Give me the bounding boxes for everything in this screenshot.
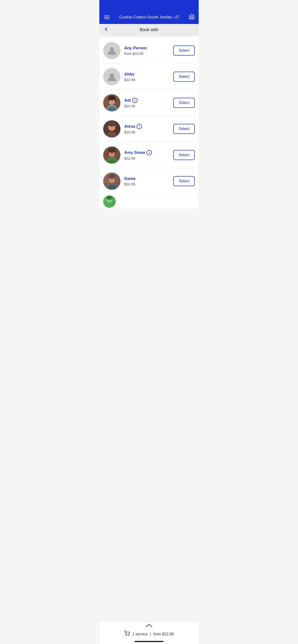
svg-point-21 (129, 636, 129, 636)
staff-item-alexa: Alexa i $22.95 Select (99, 116, 199, 142)
staff-name-amy-snow: Amy Snow (124, 150, 145, 155)
svg-point-7 (107, 121, 116, 126)
staff-price-alexa: $22.95 (124, 130, 173, 134)
staff-item-adi: Adi i $22.95 Select (99, 90, 199, 116)
staff-name-alexa: Alexa (124, 124, 135, 129)
service-count: 1 service (132, 632, 147, 636)
avatar-any-person (103, 42, 120, 59)
staff-name-dania: Dania (124, 176, 135, 181)
svg-point-20 (126, 636, 126, 636)
staff-item-any-person: Any Person from $22.95 Select (99, 38, 199, 64)
select-button-alexa[interactable]: Select (173, 124, 195, 134)
info-icon-adi[interactable]: i (132, 98, 137, 103)
back-button[interactable] (103, 26, 109, 34)
app-header: Cookie Cutters-South Jordan, UT (99, 10, 199, 24)
avatar-adi (103, 94, 120, 112)
avatar-dania (103, 172, 120, 190)
staff-name-abby: Abby (124, 72, 135, 77)
home-icon[interactable] (189, 14, 195, 21)
staff-item-dania: Dania $22.95 Select (99, 168, 199, 194)
svg-rect-12 (108, 151, 109, 156)
staff-item-abby: Abby $22.95 Select (99, 64, 199, 90)
separator: | (150, 632, 151, 636)
info-icon-alexa[interactable]: i (136, 124, 142, 129)
staff-item-partial (99, 194, 199, 209)
staff-info-adi: Adi i $22.95 (124, 98, 173, 108)
cart-icon (124, 630, 130, 638)
svg-rect-8 (107, 124, 108, 130)
status-bar (99, 0, 199, 10)
staff-name-adi: Adi (124, 98, 131, 103)
avatar-abby (103, 68, 120, 85)
menu-icon[interactable] (103, 14, 110, 20)
staff-name-any-person: Any Person (124, 46, 147, 50)
svg-point-11 (108, 148, 116, 153)
sub-header: Book with (99, 24, 199, 36)
svg-rect-16 (108, 176, 109, 181)
header-title: Cookie Cutters-South Jordan, UT (113, 15, 186, 20)
staff-price-dania: $22.95 (124, 182, 173, 186)
svg-point-3 (108, 96, 116, 100)
home-indicator (135, 641, 163, 642)
svg-rect-17 (115, 176, 115, 181)
svg-point-19 (106, 196, 112, 200)
avatar-next (103, 195, 116, 208)
select-button-adi[interactable]: Select (173, 98, 195, 108)
staff-info-amy-snow: Amy Snow i $22.95 (124, 150, 173, 160)
expand-chevron[interactable] (103, 622, 195, 630)
page-title: Book with (140, 27, 158, 32)
staff-price-adi: $22.95 (124, 104, 173, 108)
staff-price-amy-snow: $22.95 (124, 156, 173, 160)
staff-list: Any Person from $22.95 Select Abby $22.9… (99, 38, 199, 209)
staff-info-abby: Abby $22.95 (124, 72, 173, 82)
service-price: from $22.95 (153, 632, 174, 636)
avatar-amy-snow (103, 146, 120, 164)
staff-info-any-person: Any Person from $22.95 (124, 46, 173, 56)
staff-info-alexa: Alexa i $22.95 (124, 124, 173, 134)
staff-price-any-person: from $22.95 (124, 52, 173, 56)
svg-rect-9 (115, 124, 116, 130)
avatar-alexa (103, 120, 120, 138)
select-button-abby[interactable]: Select (173, 72, 195, 82)
staff-info-dania: Dania $22.95 (124, 176, 173, 186)
info-icon-amy-snow[interactable]: i (146, 150, 152, 155)
staff-price-abby: $22.95 (124, 78, 173, 82)
select-button-amy-snow[interactable]: Select (173, 150, 195, 160)
svg-point-15 (108, 174, 115, 179)
bottom-bar: 1 service | from $22.95 (99, 621, 199, 644)
svg-rect-4 (108, 98, 109, 102)
cart-summary: 1 service | from $22.95 (103, 630, 195, 640)
select-button-any-person[interactable]: Select (173, 46, 195, 56)
staff-item-amy-snow: Amy Snow i $22.95 Select (99, 142, 199, 168)
select-button-dania[interactable]: Select (173, 176, 195, 186)
svg-rect-5 (115, 98, 116, 102)
svg-rect-13 (115, 151, 116, 156)
